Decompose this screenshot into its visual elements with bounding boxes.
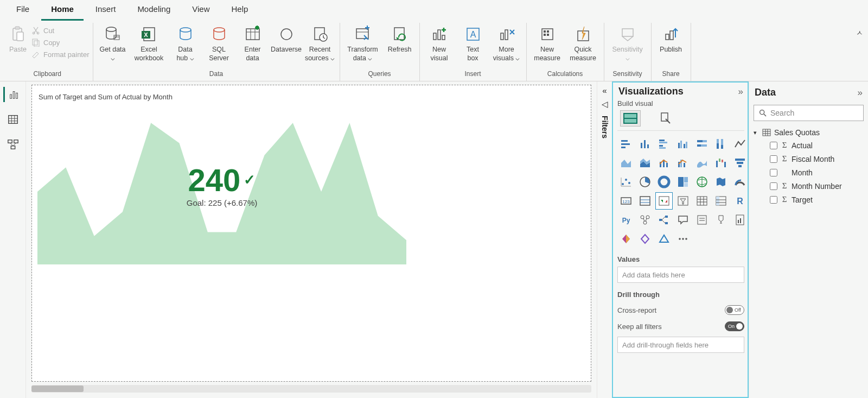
viz-smart-narrative[interactable]	[693, 211, 711, 229]
field-checkbox[interactable]	[770, 169, 777, 176]
filters-expand-button[interactable]: «	[602, 86, 607, 95]
recent-icon	[311, 25, 329, 43]
field-row[interactable]: ΣMonth Number	[770, 179, 864, 193]
report-view-button[interactable]	[3, 87, 23, 102]
viz-line-stacked-column[interactable]	[655, 154, 673, 172]
viz-power-automate[interactable]	[636, 230, 654, 248]
svg-rect-66	[684, 144, 685, 148]
menu-file[interactable]: File	[7, 0, 39, 21]
quick-measure-icon	[574, 25, 592, 43]
collapse-ribbon-button[interactable]: ㅅ	[853, 23, 866, 81]
viz-treemap[interactable]	[674, 173, 692, 191]
viz-area[interactable]	[617, 154, 635, 172]
viz-paginated[interactable]	[731, 211, 749, 229]
data-view-button[interactable]	[3, 112, 23, 127]
menu-modeling[interactable]: Modeling	[127, 0, 180, 21]
viz-r[interactable]: R	[731, 192, 749, 210]
transform-data-button[interactable]: Transformdata ⌵	[343, 24, 382, 62]
quick-measure-button[interactable]: Quickmeasure	[566, 24, 601, 62]
viz-more[interactable]	[674, 230, 692, 248]
svg-rect-84	[722, 160, 723, 162]
paste-button[interactable]: Paste	[5, 24, 30, 54]
field-checkbox[interactable]	[770, 142, 777, 149]
menu-help[interactable]: Help	[222, 0, 258, 21]
kpi-visual[interactable]: Sum of Target and Sum of Actual by Month…	[37, 91, 406, 264]
report-canvas[interactable]: Sum of Target and Sum of Actual by Month…	[31, 85, 591, 382]
text-box-button[interactable]: ATextbox	[457, 24, 489, 62]
viz-decomposition[interactable]	[655, 211, 673, 229]
field-row[interactable]: ΣMonth	[770, 166, 864, 179]
field-row[interactable]: ΣTarget	[770, 193, 864, 206]
viz-waterfall[interactable]	[712, 154, 730, 172]
new-measure-button[interactable]: Newmeasure	[530, 24, 565, 62]
model-view-button[interactable]	[3, 137, 23, 152]
viz-pane-collapse-button[interactable]: »	[738, 86, 743, 97]
viz-funnel[interactable]	[731, 154, 749, 172]
viz-filled-map[interactable]	[712, 173, 730, 191]
recent-sources-button[interactable]: Recentsources ⌵	[304, 24, 336, 62]
viz-pie[interactable]	[636, 173, 654, 191]
viz-python[interactable]: Py	[617, 211, 635, 229]
viz-ribbon[interactable]	[693, 154, 711, 172]
data-hub-button[interactable]: Datahub ⌵	[169, 24, 202, 62]
viz-table[interactable]	[693, 192, 711, 210]
get-data-button[interactable]: Get data⌵	[97, 24, 129, 62]
viz-map[interactable]	[693, 173, 711, 191]
field-checkbox[interactable]	[770, 196, 777, 204]
canvas-scrollbar-horizontal[interactable]	[31, 385, 591, 393]
viz-stacked-column[interactable]	[636, 135, 654, 153]
svg-rect-29	[501, 33, 503, 40]
cut-button[interactable]: Cut	[31, 26, 90, 35]
excel-button[interactable]: XExcel workbook	[130, 24, 168, 62]
viz-multi-row-card[interactable]	[636, 192, 654, 210]
viz-kpi[interactable]	[655, 192, 673, 210]
viz-azure-map[interactable]	[655, 230, 673, 248]
caret-down-icon: ▾	[754, 129, 759, 136]
sql-server-button[interactable]: SQLServer	[203, 24, 235, 62]
build-visual-tab[interactable]	[621, 111, 640, 126]
field-checkbox[interactable]	[770, 182, 777, 190]
new-visual-button[interactable]: Newvisual	[423, 24, 456, 62]
viz-key-influencers[interactable]	[636, 211, 654, 229]
viz-line[interactable]	[731, 135, 749, 153]
viz-slicer[interactable]	[674, 192, 692, 210]
format-visual-tab[interactable]	[655, 111, 675, 126]
copy-button[interactable]: Copy	[31, 38, 90, 47]
field-checkbox[interactable]	[770, 155, 777, 163]
viz-clustered-bar[interactable]	[655, 135, 673, 153]
viz-goals[interactable]	[712, 211, 730, 229]
publish-button[interactable]: Publish	[655, 24, 687, 54]
sensitivity-button[interactable]: Sensitivity⌵	[608, 24, 648, 62]
viz-stacked-bar[interactable]	[617, 135, 635, 153]
viz-100-bar[interactable]	[693, 135, 711, 153]
viz-gauge[interactable]	[731, 173, 749, 191]
enter-data-button[interactable]: Enterdata	[237, 24, 269, 62]
more-visuals-button[interactable]: Morevisuals ⌵	[490, 24, 523, 62]
field-row[interactable]: ΣActual	[770, 138, 864, 152]
table-node[interactable]: ▾ Sales Quotas	[754, 127, 864, 138]
data-pane-collapse-button[interactable]: »	[858, 87, 863, 98]
viz-donut[interactable]	[655, 173, 673, 191]
search-input[interactable]: Search	[754, 105, 864, 121]
viz-qa[interactable]	[674, 211, 692, 229]
refresh-button[interactable]: Refresh	[384, 24, 416, 54]
cross-report-toggle[interactable]: Off	[725, 305, 744, 315]
viz-stacked-area[interactable]	[636, 154, 654, 172]
viz-matrix[interactable]	[712, 192, 730, 210]
filters-funnel-icon[interactable]: ◁	[602, 99, 608, 109]
values-well[interactable]: Add data fields here	[617, 267, 744, 283]
format-painter-button[interactable]: Format painter	[31, 50, 90, 59]
viz-scatter[interactable]	[617, 173, 635, 191]
keep-filters-toggle[interactable]: On	[725, 321, 744, 331]
menu-insert[interactable]: Insert	[86, 0, 126, 21]
viz-line-cluster-column[interactable]	[674, 154, 692, 172]
viz-clustered-column[interactable]	[674, 135, 692, 153]
viz-card[interactable]: 123	[617, 192, 635, 210]
viz-100-column[interactable]	[712, 135, 730, 153]
field-row[interactable]: ΣFiscal Month	[770, 152, 864, 166]
viz-power-apps[interactable]	[617, 230, 635, 248]
menu-home[interactable]: Home	[41, 0, 84, 21]
dataverse-button[interactable]: Dataverse	[270, 24, 303, 54]
menu-view[interactable]: View	[182, 0, 219, 21]
drill-through-well[interactable]: Add drill-through fields here	[617, 337, 744, 353]
